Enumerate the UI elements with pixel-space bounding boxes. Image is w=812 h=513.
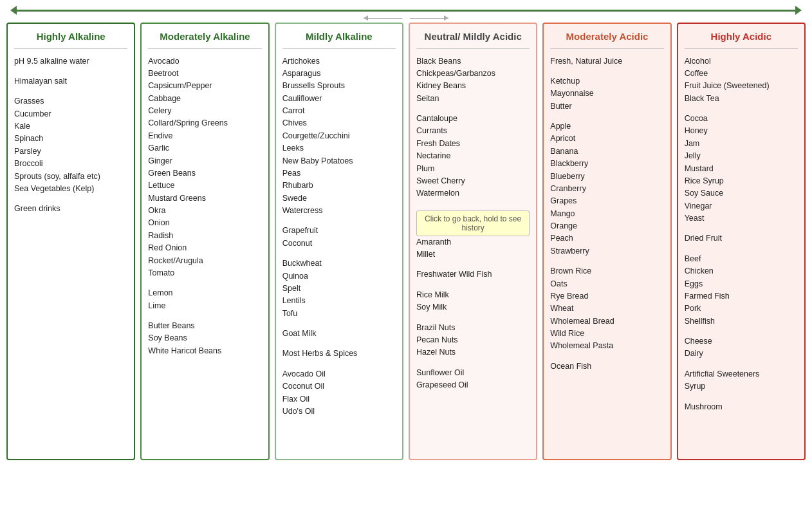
list-item: Tomato <box>148 267 261 279</box>
item-group-2-3: Goat Milk <box>282 328 396 340</box>
acid-arrow-right-icon <box>410 18 448 19</box>
list-item: Apricot <box>550 133 663 145</box>
item-group-3-3: Freshwater Wild Fish <box>416 268 530 281</box>
item-group-3-0: Black BeansChickpeas/GarbanzosKidney Bea… <box>416 55 530 106</box>
item-group-5-4: CheeseDairy <box>685 335 798 360</box>
list-item: Shellfish <box>685 315 798 328</box>
item-group-3-1: CantaloupeCurrantsFresh DatesNectarinePl… <box>416 113 530 200</box>
list-item: Kale <box>14 120 127 133</box>
list-item: Jam <box>685 138 798 150</box>
list-item: Avocado Oil <box>282 368 396 380</box>
list-item: Millet <box>416 248 530 261</box>
list-item: Green Beans <box>148 167 261 180</box>
item-group-4-0: Fresh, Natural Juice <box>550 55 663 68</box>
arrow-line-inner <box>14 10 798 12</box>
list-item: Soy Sauce <box>685 187 798 200</box>
list-item: Honey <box>685 125 798 137</box>
list-item: Kidney Beans <box>416 80 530 92</box>
column-title-highly-alkaline: Highly Alkaline <box>14 30 127 43</box>
list-item: Coffee <box>685 68 798 80</box>
column-highly-acidic: Highly AcidicAlcoholCoffeeFruit Juice (S… <box>677 23 806 460</box>
title-divider <box>282 48 396 49</box>
list-item: Mayonnaise <box>550 88 663 100</box>
list-item: Chickpeas/Garbanzos <box>416 68 530 80</box>
list-item: White Haricot Beans <box>148 345 261 357</box>
list-item: Beef <box>685 253 798 265</box>
column-title-moderately-alkaline: Moderately Alkaline <box>148 30 261 43</box>
list-item: Collard/Spring Greens <box>148 117 261 129</box>
acid-zone-inner <box>364 18 448 19</box>
list-item: Tofu <box>282 308 396 320</box>
list-item: Lime <box>148 300 261 312</box>
list-item: Onion <box>148 217 261 229</box>
list-item: Carrot <box>282 105 396 117</box>
item-group-5-6: Mushroom <box>685 401 798 413</box>
list-item: Chives <box>282 117 396 129</box>
list-item: Strawberry <box>550 245 663 257</box>
list-item: Celery <box>148 105 261 117</box>
list-item: Buckwheat <box>282 257 396 270</box>
list-item: Dairy <box>685 348 798 360</box>
item-group-3-6: Sunflower OilGrapeseed Oil <box>416 367 530 392</box>
list-item: Spelt <box>282 283 396 295</box>
arrow-right-icon <box>795 6 802 15</box>
item-group-3-2: AmaranthMillet <box>416 236 530 261</box>
item-group-0-1: Himalayan salt <box>14 75 127 88</box>
list-item: Cantaloupe <box>416 113 530 125</box>
column-title-moderately-acidic: Moderately Acidic <box>550 30 663 43</box>
list-item: Fresh, Natural Juice <box>550 55 663 68</box>
item-group-1-1: LemonLime <box>148 287 261 312</box>
top-bar <box>6 6 806 14</box>
list-item: Capsicum/Pepper <box>148 80 261 92</box>
item-group-3-4: Rice MilkSoy Milk <box>416 289 530 314</box>
list-item: Lentils <box>282 295 396 307</box>
list-item: Eggs <box>685 278 798 290</box>
list-item: Goat Milk <box>282 328 396 340</box>
list-item: Beetroot <box>148 68 261 80</box>
list-item: Brussells Sprouts <box>282 80 396 92</box>
item-group-5-1: CocoaHoneyJamJellyMustardRice SyrupSoy S… <box>685 113 798 225</box>
item-group-4-4: Ocean Fish <box>550 360 663 373</box>
list-item: Most Herbs & Spices <box>282 348 396 360</box>
list-item: Grasses <box>14 95 127 107</box>
list-item: Lemon <box>148 287 261 299</box>
list-item: Jelly <box>685 150 798 162</box>
column-highly-alkaline: Highly AlkalinepH 9.5 alkaline waterHima… <box>6 23 135 460</box>
list-item: Sunflower Oil <box>416 367 530 379</box>
list-item: Alcohol <box>685 55 798 68</box>
acid-zone-bar <box>6 18 806 19</box>
list-item: Brown Rice <box>550 265 663 277</box>
list-item: Wholemeal Pasta <box>550 340 663 352</box>
list-item: Sea Vegetables (Kelp) <box>14 183 127 195</box>
list-item: Coconut Oil <box>282 380 396 393</box>
list-item: Artificfial Sweeteners <box>685 368 798 380</box>
title-divider <box>685 48 798 49</box>
list-item: Cabbage <box>148 93 261 105</box>
columns-grid: Highly AlkalinepH 9.5 alkaline waterHima… <box>6 23 806 460</box>
list-item: Yeast <box>685 212 798 225</box>
list-item: Coconut <box>282 238 396 250</box>
list-item: Quinoa <box>282 270 396 283</box>
list-item: Leeks <box>282 142 396 154</box>
item-group-1-0: AvocadoBeetrootCapsicum/PepperCabbageCel… <box>148 55 261 280</box>
list-item: Chicken <box>685 265 798 277</box>
list-item: Banana <box>550 145 663 158</box>
list-item: Watermelon <box>416 187 530 200</box>
list-item: Oats <box>550 278 663 290</box>
item-group-4-3: Brown RiceOatsRye BreadWheatWholemeal Br… <box>550 265 663 353</box>
list-item: Mustard Greens <box>148 192 261 205</box>
tooltip-box[interactable]: Click to go back, hold to see history <box>416 210 530 236</box>
list-item: Rice Syrup <box>685 175 798 187</box>
list-item: Cranberry <box>550 183 663 195</box>
list-item: Freshwater Wild Fish <box>416 268 530 281</box>
list-item: Swede <box>282 192 396 205</box>
list-item: Grapes <box>550 195 663 207</box>
list-item: Amaranth <box>416 236 530 248</box>
arrow-left-icon <box>10 6 17 15</box>
title-divider <box>416 48 530 49</box>
list-item: Wholemeal Bread <box>550 315 663 328</box>
list-item: New Baby Potatoes <box>282 155 396 167</box>
list-item: Okra <box>148 205 261 217</box>
list-item: Spinach <box>14 133 127 145</box>
list-item: Black Tea <box>685 93 798 105</box>
